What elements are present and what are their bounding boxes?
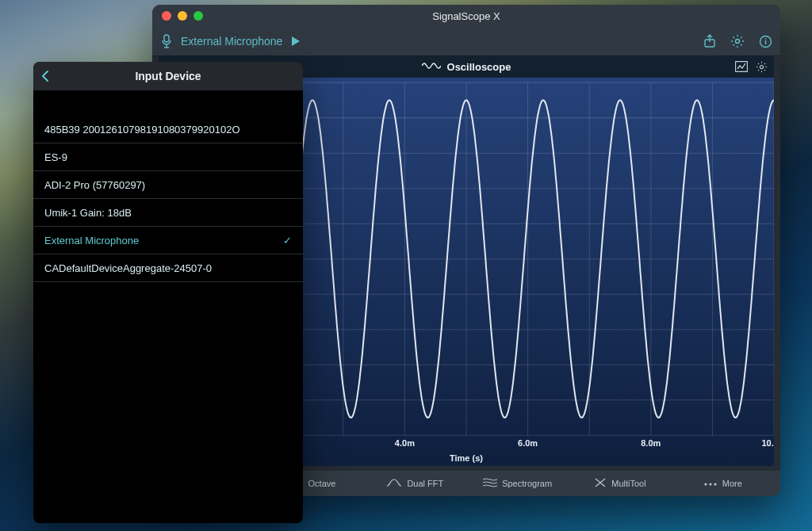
dropdown-item[interactable]: External Microphone✓: [33, 227, 303, 254]
info-icon[interactable]: [759, 35, 772, 48]
settings-gear-icon[interactable]: [730, 34, 745, 48]
panel-mode-label: Oscilloscope: [447, 61, 511, 73]
microphone-icon[interactable]: [160, 34, 173, 48]
dropdown-item-label: Umik-1 Gain: 18dB: [44, 207, 132, 219]
window-title: SignalScope X: [152, 10, 780, 22]
svg-text:6.0m: 6.0m: [518, 438, 538, 448]
back-button[interactable]: [40, 69, 51, 83]
dropdown-item-label: ES-9: [44, 151, 67, 163]
more-icon: [703, 479, 718, 488]
waveform-icon: [422, 61, 441, 73]
tab-label: Octave: [308, 479, 336, 488]
svg-text:4.0m: 4.0m: [395, 438, 415, 448]
window-controls: [162, 11, 203, 21]
spectrogram-icon: [483, 478, 497, 489]
tab-spectrogram[interactable]: Spectrogram: [466, 471, 569, 496]
check-icon: ✓: [283, 235, 292, 246]
dropdown-title: Input Device: [135, 70, 201, 82]
tab-dual-fft[interactable]: Dual FFT: [364, 471, 466, 496]
input-device-dropdown: Input Device 485B39 20012610798191080379…: [33, 62, 303, 523]
svg-point-3: [736, 40, 740, 44]
maximize-button[interactable]: [193, 11, 203, 21]
dropdown-item[interactable]: CADefaultDeviceAggregate-24507-0: [33, 254, 303, 282]
titlebar: SignalScope X: [152, 5, 780, 27]
tab-label: More: [722, 479, 742, 488]
svg-point-45: [704, 483, 707, 485]
tab-label: MultiTool: [611, 479, 645, 488]
svg-rect-0: [164, 35, 169, 42]
chart-view-icon[interactable]: [735, 61, 748, 73]
dropdown-item[interactable]: ADI-2 Pro (57760297): [33, 171, 303, 199]
dropdown-list: 485B39 20012610798191080379920102OES-9AD…: [33, 90, 303, 282]
toolbar: External Microphone: [152, 27, 780, 56]
tab-more[interactable]: More: [672, 471, 774, 496]
svg-marker-1: [292, 36, 300, 46]
tab-label: Dual FFT: [407, 479, 443, 488]
tab-multitool[interactable]: MultiTool: [569, 471, 671, 496]
svg-point-7: [760, 65, 763, 68]
play-icon[interactable]: [290, 36, 301, 47]
svg-rect-6: [736, 61, 748, 71]
dropdown-item[interactable]: 485B39 20012610798191080379920102O: [33, 116, 303, 143]
dropdown-item-label: External Microphone: [44, 235, 139, 246]
svg-text:8.0m: 8.0m: [641, 438, 661, 448]
dropdown-header: Input Device: [33, 62, 303, 90]
share-icon[interactable]: [703, 34, 716, 48]
svg-point-46: [709, 483, 711, 485]
panel-settings-icon[interactable]: [756, 61, 768, 73]
dropdown-item[interactable]: Umik-1 Gain: 18dB: [33, 199, 303, 227]
dropdown-item[interactable]: ES-9: [33, 143, 303, 171]
multitool-icon: [594, 477, 607, 490]
svg-point-5: [765, 38, 767, 40]
dropdown-item-label: ADI-2 Pro (57760297): [44, 179, 145, 191]
minimize-button[interactable]: [178, 11, 187, 21]
close-button[interactable]: [162, 11, 171, 21]
input-device-label[interactable]: External Microphone: [181, 35, 282, 48]
svg-point-47: [714, 483, 716, 485]
dual-fft-icon: [386, 478, 402, 489]
dropdown-item-label: CADefaultDeviceAggregate-24507-0: [44, 262, 212, 274]
dropdown-item-label: 485B39 20012610798191080379920102O: [44, 124, 240, 136]
tab-label: Spectrogram: [502, 479, 552, 488]
svg-text:10.0m: 10.0m: [761, 438, 774, 448]
